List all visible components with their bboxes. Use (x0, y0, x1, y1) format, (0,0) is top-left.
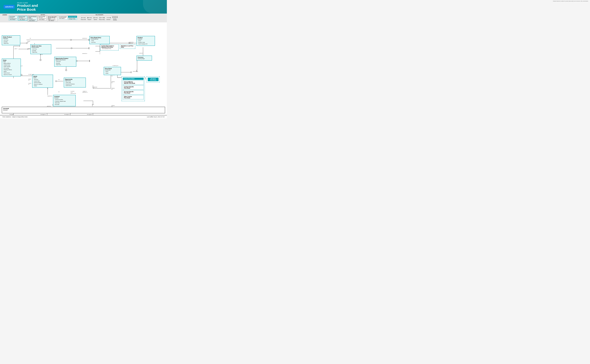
rel-parent-child: Parent-Child (81, 16, 86, 20)
legend-entities-section: ENTITIES Cloud EntityAPI Name # User Key… (9, 14, 77, 21)
legend-relationships-section: RELATIONSHIPS Parent-Child Required Opti… (81, 14, 118, 21)
rel-extension: Extension (106, 16, 111, 20)
entity-contract: Contract Contract Contract Number Custom… (53, 95, 76, 106)
entity-standard-list-price: Standard or List Price Entry (120, 44, 135, 49)
rel-enabled-for: enabled forselling via (129, 42, 134, 44)
rel-target-of-3: the target of (64, 114, 69, 115)
entity-quote-line-item: Quote Line Item QuoteLineItem Unit Price… (30, 44, 51, 54)
svg-point-22 (70, 39, 72, 40)
svg-point-13 (99, 17, 100, 18)
entity-price-book-entry: Price Book Entry PricebookEntry Active L… (89, 36, 110, 44)
svg-point-9 (94, 17, 94, 18)
rel-governor: ⊙ governor (47, 96, 52, 97)
rel-priced-in-1: priced in (133, 71, 136, 72)
legend-external-entity: External EntityAPI Name # User Key Attri… (38, 16, 47, 20)
standard-pb-title: StandardPrice Book (148, 78, 159, 81)
diagram-area: for basedon sourceof part of ♦ made up o… (0, 22, 167, 115)
salesforce-logo: salesforce (4, 5, 15, 9)
page-header: salesforce SALES CLOUD Product andPrice … (0, 0, 167, 13)
svg-point-51 (55, 81, 57, 82)
custom-price-book-container: Custom Price Book Channel/MarketSpecific… (121, 76, 145, 101)
rel-part-of: part of (14, 48, 17, 49)
rel-defined-for-2: definedfor (111, 81, 114, 83)
subtype-account-specific: Account SpecificPrice Book (123, 90, 144, 95)
header-text: SALES CLOUD Product andPrice Book (17, 2, 38, 11)
rel-for-2: for (58, 79, 60, 80)
legend-extended-entity: Extended RelatedEntityAPI Name # User Ke… (28, 16, 37, 21)
rel-subjected-to-2: subjectedto (93, 86, 97, 89)
rel-target-of-4: the target of (87, 114, 92, 115)
entity-currency: Currency CurrencyType (136, 56, 152, 61)
rel-selected-on-1: selected on (82, 38, 87, 39)
entity-product: Product Product2 Name Product Code Stock… (136, 36, 155, 46)
page-footer: ©2021 Salesforce – Subject to change wit… (0, 115, 167, 118)
rel-source-of-2: sourceof (28, 83, 31, 85)
entity-opportunity: Opportunity Opportunity Close Date Expec… (64, 78, 86, 87)
legend-related-entity: Related EntityAPI Name # User Key Attrib… (18, 16, 27, 21)
rel-source-of: sourceof (27, 48, 30, 50)
page-title: Product andPrice Book (17, 4, 38, 11)
svg-marker-15 (110, 17, 111, 18)
svg-marker-49 (21, 74, 22, 76)
entity-quote: Quote Quote Discount Grand Total Quote N… (32, 75, 53, 88)
rel-target-of-2: the target of (40, 114, 46, 115)
svg-point-42 (76, 60, 77, 62)
subtype-contract-specific: Contract SpecificPrice Book (123, 85, 144, 90)
svg-marker-46 (65, 69, 67, 71)
page-subtitle: SALES CLOUD (17, 2, 38, 4)
legend-supertype-section: Supertype Entity Subtype Entity (68, 16, 77, 20)
subtype-other-custom: Other CustomPrice Book (123, 95, 144, 99)
svg-point-30 (71, 48, 72, 49)
legend-cloud-entity: Cloud EntityAPI Name # User Key Attribut… (9, 16, 18, 20)
custom-price-book-title: Custom Price Book (123, 78, 144, 80)
legend-subtype: Subtype Entity (68, 18, 77, 20)
svg-marker-40 (40, 59, 41, 61)
rel-based-on: basedon (27, 41, 30, 43)
footer-copyright: ©2021 Salesforce – Subject to change wit… (2, 116, 27, 117)
legend-record-entity: Record Type EntityRT: Record TypeName # … (47, 16, 57, 21)
entity-account: Account Account (2, 107, 165, 113)
rel-target-of-1: the targetof (10, 114, 13, 115)
rel-for-3: for (58, 91, 60, 92)
rel-to-renew: to renewor isgoverned by (71, 91, 76, 94)
standard-price-book-box: StandardPrice Book (147, 76, 160, 82)
rel-mutually-exclusive: MutuallyExclusive (112, 16, 118, 21)
entity-order: Order Order Billing Address Ordered Date… (2, 58, 21, 76)
rel-part-of-2: part of (40, 54, 43, 55)
rel-based-on-2: basedon (28, 78, 31, 81)
rel-optional: Optional (93, 16, 98, 20)
rel-required: Required (87, 16, 92, 20)
rel-defined-for-3: definedfor (111, 88, 114, 90)
entities-label: ENTITIES (9, 14, 77, 15)
rel-selected-on-2: selected on (82, 53, 87, 54)
svg-point-28 (26, 43, 27, 44)
subtype-channel-market: Channel/MarketSpecific Price Book (123, 80, 144, 85)
entity-opportunity-product: Opportunity Product OpportunityLineItem … (54, 57, 76, 67)
entity-price-book: Price Book Pricebook2 Name Active (104, 67, 121, 75)
rel-made-up-of-3: ♦ made up of (113, 65, 118, 66)
relationships-label: RELATIONSHIPS (81, 14, 118, 15)
rel-priced-in-2: priced in (140, 53, 143, 54)
footer-last-modified: Last modified: Sep 21, 2021 6:37 AM (147, 116, 164, 117)
entity-order-product: Order Product OrderItem Unit Price Quant… (2, 35, 20, 45)
entity-custom-discounted: Custom Discounted or Adjusted Price Entr… (100, 44, 119, 51)
legend-supertype: Supertype Entity (68, 16, 77, 18)
legend-title: LEGEND: (2, 14, 7, 15)
legend-conceptual-entity: Conceptual Entity # User Key Attribute• … (58, 16, 67, 19)
rel-for-top: for (30, 38, 31, 39)
rel-subject-governor: subject orgovernor of (83, 91, 87, 93)
legend-bar: LEGEND: ENTITIES Cloud EntityAPI Name # … (0, 13, 167, 22)
svg-point-69 (131, 72, 132, 73)
rel-many-to-many: Many-to-Many (99, 16, 105, 20)
